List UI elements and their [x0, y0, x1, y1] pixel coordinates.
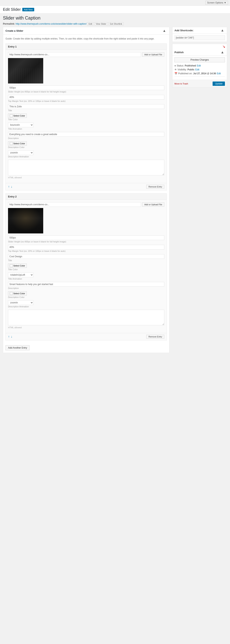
entry-1-image-url-input[interactable]	[8, 52, 141, 57]
add-another-entry-button[interactable]: Add Another Entry	[6, 345, 30, 350]
publish-box-wrapper: ↘ Publish ▲ Preview Changes ● Status: Pu…	[172, 44, 227, 88]
entry-1-title-animation-select[interactable]: bounceIn fadeIn slideInLeft slideInRight…	[8, 122, 34, 127]
entry-2-desc-input[interactable]	[8, 282, 164, 286]
entry-2-desc-animation-select[interactable]: zoomIn fadeIn bounceIn slideInLeft	[8, 300, 34, 305]
entry-2-height-row: Slider Height (ex:400px or leave it blan…	[8, 236, 164, 243]
entry-2-title-animation-row: rotateInUpLeft bounceIn fadeIn slideInLe…	[8, 272, 164, 280]
entry-2-image-street	[8, 208, 43, 234]
entry-1-height-input[interactable]	[8, 86, 164, 90]
entry-2-sort-up[interactable]: ↑	[8, 335, 10, 338]
permalink-edit-button[interactable]: Edit	[87, 22, 94, 26]
create-slider-header: Create a Slider ▲	[3, 27, 169, 34]
publish-date-row: 📅 Published on: Jul 27, 2014 @ 14:36 Edi…	[174, 72, 225, 75]
entry-2-title-color-label: Select Color	[13, 264, 25, 267]
entry-1-title-color-label: Select Color	[13, 114, 25, 117]
entry-2-title-color-button[interactable]: Select Color	[8, 264, 27, 268]
entry-1-remove-button[interactable]: Remove Entry	[146, 185, 164, 189]
entry-1-margin-label: Top Margin Text (ex: 20% or 100px or lea…	[8, 100, 164, 102]
create-slider-content: Guide: Create the slider by adding multi…	[3, 34, 169, 353]
entry-2-image-preview	[8, 208, 43, 234]
publish-collapse-button[interactable]: ▲	[220, 50, 225, 54]
entry-1-image-preview	[8, 58, 43, 84]
entry-1-title-animation-label: Title Animation	[8, 128, 164, 130]
entry-1-desc-label: Description	[8, 137, 164, 140]
publish-status-edit-link[interactable]: Edit	[197, 64, 201, 67]
collapse-button[interactable]: ▲	[162, 29, 167, 33]
entry-1-desc-color-row: Select Color Description Color	[8, 141, 164, 148]
entry-1-desc-animation-select[interactable]: zoomIn fadeIn bounceIn slideInLeft	[8, 150, 34, 155]
add-new-button[interactable]: Add New	[22, 8, 34, 11]
entry-2-height-label: Slider Height (ex:400px or leave it blan…	[8, 240, 164, 243]
publish-visibility-value: Public	[187, 68, 194, 71]
entry-2-textarea[interactable]	[8, 310, 164, 325]
permalink-url[interactable]: http://www.themepush.com/demo-zolo/wowsl…	[16, 22, 87, 25]
entry-2-title-label: Title	[8, 259, 164, 262]
entry-1-desc-color-field-label: Description Color	[8, 146, 164, 148]
entry-1-sort-up[interactable]: ↑	[8, 185, 10, 188]
entry-1-title-color-row: Select Color Title Color	[8, 114, 164, 121]
entry-2-title-color-field-label: Title Color	[8, 268, 164, 270]
status-icon: ●	[174, 64, 176, 67]
entry-1-footer: ↑ ↓ Remove Entry	[6, 183, 167, 190]
entry-1-html-allowed: HTML allowed	[8, 176, 164, 179]
entry-1-title-color-button[interactable]: Select Color	[8, 114, 27, 118]
entry-2-margin-row: Top Margin Text (ex: 20% or 100px or lea…	[8, 245, 164, 252]
entry-2-html-allowed: HTML allowed	[8, 326, 164, 329]
entry-1-title-color-field-label: Title Color	[8, 118, 164, 121]
publish-visibility-row: 👁 Visibility: Public Edit	[174, 68, 225, 71]
publish-visibility-edit-link[interactable]: Edit	[195, 68, 199, 71]
preview-changes-button[interactable]: Preview Changes	[174, 57, 225, 62]
entry-2-desc-row: Description	[8, 282, 164, 289]
publish-date-value: Jul 27, 2014 @ 14:36	[193, 72, 216, 75]
entry-2-title-color-swatch	[10, 264, 12, 267]
entry-2-title-input[interactable]	[8, 254, 164, 259]
arrow-indicator-container: ↘	[172, 44, 227, 49]
entry-1-sort-arrows: ↑ ↓	[8, 185, 12, 188]
shortcode-collapse-button[interactable]: ▲	[220, 28, 225, 32]
screen-options-button[interactable]: Screen Options ▼	[205, 1, 228, 5]
entry-1-title-input[interactable]	[8, 104, 164, 109]
calendar-icon: 📅	[174, 72, 178, 75]
entry-1-upload-button[interactable]: Add or Upload File	[142, 52, 164, 57]
entry-2-image-url-input[interactable]	[8, 202, 141, 207]
shortcode-input[interactable]	[174, 36, 225, 40]
entry-2-footer: ↑ ↓ Remove Entry	[6, 333, 167, 340]
update-button[interactable]: Update	[212, 82, 225, 86]
entry-2-title-row: Title	[8, 254, 164, 262]
permalink-bar: Permalink: http://www.themepush.com/demo…	[0, 22, 230, 27]
shortcode-content	[172, 34, 227, 42]
publish-status-label: Status:	[176, 64, 184, 67]
entry-1-desc-color-label: Select Color	[13, 142, 25, 145]
entry-2-textarea-row: HTML allowed	[8, 310, 164, 329]
entry-2-section: Entry 2 Add or Upload File ×	[6, 193, 167, 340]
entry-2-body: Add or Upload File × Slider He	[6, 200, 167, 333]
page-title: Slider with Caption	[0, 14, 230, 22]
entry-1-margin-input[interactable]	[8, 95, 164, 100]
entry-2-title-animation-select[interactable]: rotateInUpLeft bounceIn fadeIn slideInLe…	[8, 272, 34, 277]
entry-1-desc-animation-row: zoomIn fadeIn bounceIn slideInLeft Descr…	[8, 150, 164, 158]
entry-1-header: Entry 1	[6, 44, 167, 50]
view-slider-button[interactable]: View Slider	[94, 22, 108, 26]
entry-2-height-input[interactable]	[8, 236, 164, 240]
entry-1-image-url-row: Add or Upload File	[8, 52, 164, 57]
entry-2-margin-input[interactable]	[8, 245, 164, 250]
entry-1-desc-animation-label: Description Animation	[8, 156, 164, 158]
entry-1-desc-input[interactable]	[8, 132, 164, 137]
entry-2-upload-button[interactable]: Add or Upload File	[142, 202, 164, 207]
entry-2-desc-color-button[interactable]: Select Color	[8, 291, 27, 296]
entry-2-sort-down[interactable]: ↓	[11, 335, 12, 338]
shortcode-box: Add Shortcode: ▲	[172, 27, 227, 42]
entry-1-textarea[interactable]	[8, 160, 164, 175]
entry-1-desc-color-button[interactable]: Select Color	[8, 141, 27, 146]
create-slider-title: Create a Slider	[6, 29, 23, 32]
left-panel: Create a Slider ▲ Guide: Create the slid…	[3, 27, 169, 356]
permalink-label: Permalink:	[3, 22, 15, 25]
move-to-trash-button[interactable]: Move to Trash	[174, 82, 188, 85]
entry-2-desc-animation-row: zoomIn fadeIn bounceIn slideInLeft Descr…	[8, 300, 164, 308]
publish-status-row: ● Status: Published Edit	[174, 64, 225, 67]
publish-date-edit-link[interactable]: Edit	[217, 72, 221, 75]
get-shortlink-button[interactable]: Get Shortlink	[108, 22, 124, 26]
create-slider-box: Create a Slider ▲ Guide: Create the slid…	[3, 27, 169, 353]
entry-2-remove-button[interactable]: Remove Entry	[146, 335, 164, 338]
entry-1-sort-down[interactable]: ↓	[11, 185, 12, 188]
